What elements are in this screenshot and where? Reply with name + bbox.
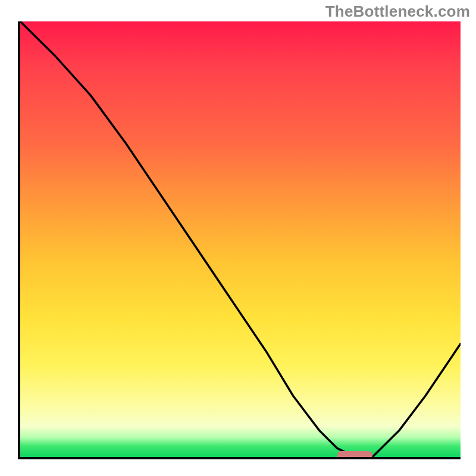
plot-area [18,21,461,459]
bottleneck-curve [20,21,461,457]
watermark-text: TheBottleneck.com [325,2,470,21]
optimal-marker [337,451,372,459]
